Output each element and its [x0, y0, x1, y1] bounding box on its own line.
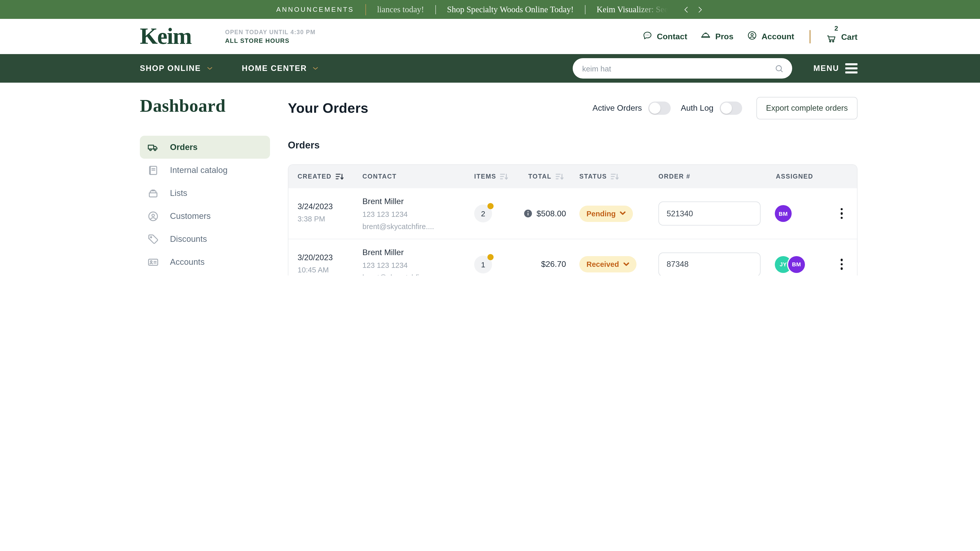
announcement-item[interactable]: liances today!: [377, 4, 424, 14]
column-label: ASSIGNED: [776, 173, 813, 180]
order-number-input[interactable]: [659, 202, 760, 225]
column-label: STATUS: [579, 173, 607, 180]
chevron-left-icon[interactable]: [682, 5, 690, 14]
dashboard-title: Dashboard: [140, 96, 270, 116]
chevron-down-icon: [206, 65, 213, 72]
column-header-total[interactable]: TOTAL: [528, 173, 579, 180]
nav-home-center[interactable]: HOME CENTER: [242, 64, 319, 73]
info-icon[interactable]: [524, 209, 532, 218]
column-header-contact: CONTACT: [363, 173, 467, 180]
menu-label: MENU: [813, 64, 839, 73]
order-date: 3/20/2023: [298, 253, 363, 262]
sidebar-item-add-users[interactable]: Add users: [140, 273, 270, 275]
order-time: 10:45 AM: [298, 266, 363, 274]
column-header-status[interactable]: STATUS: [579, 173, 659, 180]
main-panel: Your Orders Active Orders Auth Log Expor…: [288, 83, 858, 275]
sidebar: Dashboard OrdersInternal catalogListsCus…: [140, 83, 270, 275]
items-alert-dot: [487, 254, 493, 260]
status-badge[interactable]: Received: [579, 256, 636, 272]
search-input[interactable]: [582, 64, 774, 73]
column-label: CONTACT: [363, 173, 396, 180]
contact-email: brent@skycatchfire....: [363, 222, 467, 230]
keim-logo[interactable]: Keim: [140, 25, 191, 48]
sidebar-item-accounts[interactable]: Accounts: [140, 251, 270, 273]
home-center-label: HOME CENTER: [242, 64, 307, 73]
cart-link[interactable]: 2 Cart: [826, 27, 858, 46]
customers-icon: [147, 210, 159, 222]
column-label: TOTAL: [528, 173, 552, 180]
auth-log-toggle[interactable]: [720, 102, 742, 115]
menu-button[interactable]: MENU: [813, 63, 858, 73]
sort-icon[interactable]: [500, 173, 508, 180]
hardhat-icon: [700, 30, 711, 43]
announcement-item[interactable]: Shop Specialty Woods Online Today!: [447, 4, 574, 14]
shop-online-label: SHOP ONLINE: [140, 64, 201, 73]
status-badge[interactable]: Pending: [579, 205, 633, 222]
sidebar-item-label: Discounts: [170, 234, 207, 244]
row-menu-button[interactable]: [838, 257, 845, 272]
auth-log-label: Auth Log: [681, 103, 713, 113]
store-hours: OPEN TODAY UNTIL 4:30 PM ALL STORE HOURS: [225, 29, 316, 44]
pros-label: Pros: [715, 32, 733, 41]
contact-label: Contact: [657, 32, 687, 41]
sidebar-item-orders[interactable]: Orders: [140, 136, 270, 159]
order-row: 3/24/20233:38 PMBrent Miller123 123 1234…: [288, 188, 857, 239]
sort-icon[interactable]: [611, 173, 619, 180]
orders-section-title: Orders: [288, 140, 858, 151]
sidebar-item-customers[interactable]: Customers: [140, 205, 270, 227]
column-label: ITEMS: [474, 173, 496, 180]
sidebar-item-lists[interactable]: Lists: [140, 182, 270, 205]
cart-label: Cart: [841, 27, 858, 41]
pros-link[interactable]: Pros: [700, 30, 733, 43]
id-card-icon: [147, 256, 159, 268]
sidebar-item-discounts[interactable]: Discounts: [140, 227, 270, 251]
order-total: $26.70: [541, 260, 566, 269]
open-today-text: OPEN TODAY UNTIL 4:30 PM: [225, 29, 316, 35]
announcements-label: ANNOUNCEMENTS: [277, 6, 354, 13]
contact-name: Brent Miller: [363, 248, 467, 257]
table-header: CREATEDCONTACTITEMSTOTALSTATUSORDER #ASS…: [288, 165, 857, 188]
announcement-item-divider: [435, 5, 436, 14]
chevron-down-icon: [312, 65, 319, 72]
sidebar-item-internal-catalog[interactable]: Internal catalog: [140, 159, 270, 182]
column-label: CREATED: [298, 173, 331, 180]
auth-log-toggle-group: Auth Log: [681, 102, 742, 115]
sidebar-item-label: Accounts: [170, 257, 205, 267]
tag-icon: [147, 233, 159, 245]
announcement-item[interactable]: Keim Visualizer: See: [597, 4, 668, 14]
cart-count-badge: 2: [835, 24, 838, 32]
announcement-bar: ANNOUNCEMENTS liances today!Shop Special…: [0, 0, 980, 19]
order-row: 3/20/202310:45 AMBrent Miller123 123 123…: [288, 239, 857, 275]
sort-icon[interactable]: [555, 173, 564, 180]
sidebar-item-label: Internal catalog: [170, 165, 228, 175]
announcement-separator: [365, 4, 366, 15]
active-orders-toggle[interactable]: [648, 102, 670, 115]
assignee-avatar[interactable]: BM: [775, 205, 792, 222]
table-body: 3/24/20233:38 PMBrent Miller123 123 1234…: [288, 188, 857, 275]
order-total: $508.00: [536, 209, 566, 218]
sidebar-main-list: OrdersInternal catalogListsCustomersDisc…: [140, 136, 270, 275]
export-orders-button[interactable]: Export complete orders: [756, 97, 858, 119]
active-orders-toggle-group: Active Orders: [593, 102, 671, 115]
contact-link[interactable]: Contact: [642, 30, 687, 43]
header-links: Contact Pros Account 2 Cart: [642, 27, 858, 46]
order-number-input[interactable]: [659, 252, 760, 275]
sidebar-item-label: Customers: [170, 211, 211, 221]
search-icon[interactable]: [774, 64, 784, 73]
page-title: Your Orders: [288, 100, 369, 116]
column-header-items[interactable]: ITEMS: [467, 173, 528, 180]
sort-icon[interactable]: [335, 173, 344, 180]
account-link[interactable]: Account: [747, 30, 794, 43]
contact-phone: 123 123 1234: [363, 210, 467, 218]
catalog-icon: [147, 164, 159, 176]
all-store-hours-link[interactable]: ALL STORE HOURS: [225, 37, 316, 44]
account-label: Account: [762, 32, 794, 41]
main-nav: SHOP ONLINE HOME CENTER MENU: [0, 54, 980, 83]
chevron-right-icon[interactable]: [695, 5, 703, 14]
row-menu-button[interactable]: [838, 206, 845, 221]
status-chevron-icon: [623, 262, 629, 267]
assignee-avatar[interactable]: BM: [788, 256, 805, 273]
nav-shop-online[interactable]: SHOP ONLINE: [140, 64, 213, 73]
column-header-created[interactable]: CREATED: [298, 173, 363, 180]
column-label: ORDER #: [659, 173, 690, 180]
